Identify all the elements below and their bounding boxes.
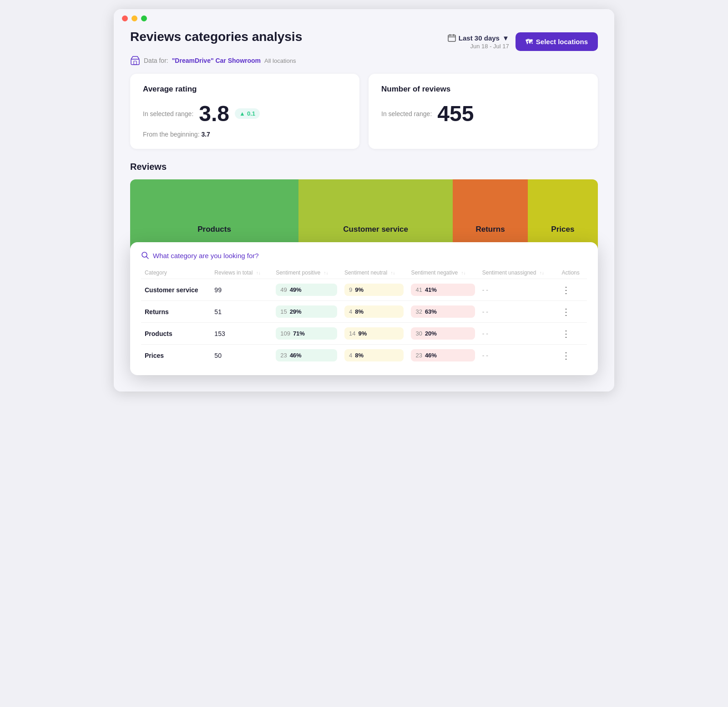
num-reviews-range-label: In selected range:: [381, 110, 432, 117]
app-window: Reviews categories analysis Last 30 days…: [114, 9, 614, 392]
close-dot[interactable]: [122, 15, 128, 21]
maximize-dot[interactable]: [141, 15, 147, 21]
reviews-total-value: 51: [214, 308, 222, 315]
up-arrow-icon: ▲: [239, 110, 245, 117]
date-dropdown-arrow: ▼: [502, 34, 509, 42]
num-reviews-card: Number of reviews In selected range: 455: [369, 74, 598, 149]
unassigned-value: - -: [482, 286, 488, 294]
date-range-top: Last 30 days ▼: [448, 34, 509, 42]
avg-rating-value: 3.8: [199, 101, 229, 126]
category-name: Prices: [145, 352, 164, 359]
select-locations-button[interactable]: 🗺 Select locations: [516, 32, 598, 51]
sentiment-neutral-cell: 14 9%: [344, 327, 404, 340]
header-right: Last 30 days ▼ Jun 18 - Jul 17 🗺 Select …: [448, 32, 598, 51]
col-category: Category: [141, 267, 211, 279]
page-title: Reviews categories analysis: [130, 30, 302, 44]
svg-rect-0: [448, 35, 455, 41]
header-row: Reviews categories analysis Last 30 days…: [130, 30, 598, 51]
sentiment-negative-cell: 41 41%: [411, 284, 475, 296]
num-reviews-value: 455: [437, 101, 474, 126]
avg-rating-from-beginning: From the beginning: 3.7: [143, 131, 347, 138]
data-for-row: Data for: "DreamDrive" Car Showroom All …: [130, 56, 598, 66]
col-reviews-total: Reviews in total ↑↓: [211, 267, 272, 279]
table-row: Customer service 99 49 49% 9 9% 41 41% -…: [141, 279, 587, 301]
avg-rating-card: Average rating In selected range: 3.8 ▲ …: [130, 74, 359, 149]
sentiment-positive-cell: 23 46%: [276, 349, 337, 361]
svg-rect-5: [134, 61, 136, 65]
search-icon: [141, 251, 149, 259]
sort-sentiment-negative[interactable]: ↑↓: [461, 270, 466, 275]
sort-sentiment-positive[interactable]: ↑↓: [324, 270, 329, 275]
avg-rating-row: In selected range: 3.8 ▲ 0.1: [143, 101, 347, 126]
num-reviews-title: Number of reviews: [381, 85, 585, 94]
unassigned-value: - -: [482, 330, 488, 337]
sentiment-neutral-cell: 9 9%: [344, 284, 404, 296]
sentiment-negative-cell: 32 63%: [411, 305, 475, 318]
reviews-total-value: 153: [214, 330, 225, 337]
col-sentiment-negative: Sentiment negative ↑↓: [407, 267, 478, 279]
search-placeholder[interactable]: What category are you looking for?: [153, 252, 259, 259]
main-content: Reviews categories analysis Last 30 days…: [114, 25, 614, 392]
sentiment-negative-cell: 30 20%: [411, 327, 475, 340]
sort-sentiment-unassigned[interactable]: ↑↓: [540, 270, 544, 275]
sentiment-positive-cell: 109 71%: [276, 327, 337, 340]
date-range[interactable]: Last 30 days ▼ Jun 18 - Jul 17: [448, 34, 509, 50]
date-range-label: Last 30 days: [459, 34, 500, 42]
sentiment-neutral-cell: 4 8%: [344, 305, 404, 318]
actions-menu-button[interactable]: ⋮: [561, 351, 571, 361]
svg-line-7: [147, 257, 149, 259]
title-bar: [114, 9, 614, 25]
num-reviews-row: In selected range: 455: [381, 101, 585, 126]
table-row: Products 153 109 71% 14 9% 30 20% - - ⋮: [141, 323, 587, 345]
sentiment-positive-cell: 15 29%: [276, 305, 337, 318]
unassigned-value: - -: [482, 352, 488, 359]
sort-sentiment-neutral[interactable]: ↑↓: [391, 270, 395, 275]
col-sentiment-neutral: Sentiment neutral ↑↓: [341, 267, 407, 279]
minimize-dot[interactable]: [131, 15, 137, 21]
svg-rect-4: [131, 59, 139, 65]
map-icon: 🗺: [526, 38, 532, 46]
table-row: Returns 51 15 29% 4 8% 32 63% - - ⋮: [141, 301, 587, 323]
col-sentiment-positive: Sentiment positive ↑↓: [272, 267, 341, 279]
table-header-row: Category Reviews in total ↑↓ Sentiment p…: [141, 267, 587, 279]
reviews-section-title: Reviews: [130, 162, 598, 172]
cards-row: Average rating In selected range: 3.8 ▲ …: [130, 74, 598, 149]
table-modal: What category are you looking for? Categ…: [130, 242, 598, 375]
avg-rating-range-label: In selected range:: [143, 110, 193, 117]
unassigned-value: - -: [482, 308, 488, 315]
select-locations-label: Select locations: [536, 38, 588, 46]
search-row[interactable]: What category are you looking for?: [141, 251, 587, 259]
reviews-total-value: 50: [214, 352, 222, 359]
sentiment-negative-cell: 23 46%: [411, 349, 475, 361]
actions-menu-button[interactable]: ⋮: [561, 307, 571, 317]
sort-reviews-total[interactable]: ↑↓: [256, 270, 261, 275]
avg-rating-badge: ▲ 0.1: [235, 108, 260, 119]
reviews-section: Reviews Products Customer service Return…: [130, 162, 598, 375]
category-name: Products: [145, 330, 172, 337]
category-name: Returns: [145, 308, 169, 315]
sentiment-neutral-cell: 4 8%: [344, 349, 404, 361]
data-for-label: Data for:: [144, 57, 168, 64]
reviews-total-value: 99: [214, 286, 222, 294]
actions-menu-button[interactable]: ⋮: [561, 329, 571, 339]
category-name: Customer service: [145, 286, 198, 294]
data-for-sub: All locations: [264, 57, 296, 64]
date-range-sub: Jun 18 - Jul 17: [470, 43, 509, 50]
col-actions: Actions: [558, 267, 587, 279]
col-sentiment-unassigned: Sentiment unassigned ↑↓: [479, 267, 558, 279]
actions-menu-button[interactable]: ⋮: [561, 285, 571, 295]
data-for-name: "DreamDrive" Car Showroom: [172, 57, 261, 64]
categories-table: Category Reviews in total ↑↓ Sentiment p…: [141, 267, 587, 366]
avg-rating-title: Average rating: [143, 85, 347, 94]
sentiment-positive-cell: 49 49%: [276, 284, 337, 296]
calendar-icon: [448, 34, 456, 42]
store-icon: [130, 56, 140, 66]
table-row: Prices 50 23 46% 4 8% 23 46% - - ⋮: [141, 345, 587, 366]
